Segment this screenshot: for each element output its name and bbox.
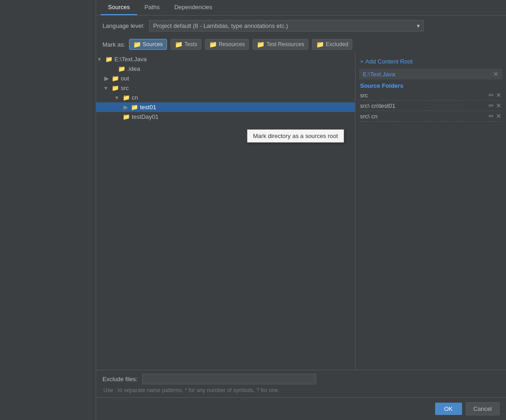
resources-folder-icon: 📁	[209, 41, 217, 48]
source-folder-cn-test01-name: src\ cn\test01	[360, 102, 489, 109]
source-folder-cn-name: src\ cn	[360, 113, 489, 120]
source-folder-src: src ✏ ✕	[359, 90, 502, 101]
mark-as-row: Mark as: 📁 Sources 📁 Tests 📁 Resources 📁…	[96, 36, 506, 53]
test-resources-folder-icon: 📁	[257, 41, 264, 48]
source-folders-label: Source Folders	[359, 80, 502, 90]
source-folder-cn-test01-actions: ✏ ✕	[489, 102, 501, 109]
test01-folder-icon: 📁	[131, 104, 138, 111]
tree-label-cn: cn	[132, 94, 138, 101]
root-folder-icon: 📁	[105, 56, 113, 63]
cancel-button[interactable]: Cancel	[466, 402, 500, 415]
src-folder-icon: 📁	[112, 85, 119, 91]
exclude-row: Exclude files:	[102, 374, 500, 384]
language-level-row: Language level: Project default (8 - Lam…	[96, 16, 506, 36]
tree-item-idea[interactable]: 📁 .idea	[96, 64, 355, 74]
exclude-files-label: Exclude files:	[102, 376, 138, 383]
mark-excluded-button[interactable]: 📁 Excluded	[312, 39, 352, 50]
source-folder-src-actions: ✏ ✕	[489, 91, 501, 99]
tab-dependencies[interactable]: Dependencies	[167, 0, 220, 15]
mark-resources-button[interactable]: 📁 Resources	[205, 39, 249, 50]
tooltip-mark-directory: Mark directory as a sources root	[247, 129, 344, 143]
tree-label-test01: test01	[140, 104, 156, 111]
source-folder-cn: src\ cn ✏ ✕	[359, 111, 502, 122]
tests-button-label: Tests	[184, 41, 197, 48]
exclude-hint: Use ; to separate name patterns, * for a…	[102, 387, 500, 393]
mark-sources-button[interactable]: 📁 Sources	[129, 39, 167, 50]
remove-cn-icon[interactable]: ✕	[496, 112, 501, 120]
language-level-select[interactable]: Project default (8 - Lambdas, type annot…	[149, 20, 424, 32]
dialog-panel: Sources Paths Dependencies Language leve…	[96, 0, 506, 420]
tree-item-root[interactable]: ▾ 📁 E:\Text.Java	[96, 54, 355, 64]
content-root-path: E:\Text.Java	[363, 71, 395, 78]
tree-arrow-test01: ▶	[124, 104, 131, 111]
tests-folder-icon: 📁	[175, 41, 183, 48]
mark-tests-button[interactable]: 📁 Tests	[171, 39, 201, 50]
excluded-folder-icon: 📁	[316, 41, 324, 48]
sidebar-strip	[0, 0, 96, 420]
tree-item-out[interactable]: ▶ 📁 out	[96, 74, 355, 83]
right-panel: + Add Content Root E:\Text.Java ✕ Source…	[355, 53, 506, 370]
tree-label-src: src	[121, 85, 129, 91]
tree-arrow-src: ▾	[104, 85, 112, 91]
bottom-area: Exclude files: Use ; to separate name pa…	[96, 370, 506, 397]
tree-arrow-cn: ▾	[115, 94, 123, 101]
test-resources-button-label: Test Resources	[266, 41, 304, 48]
remove-cn-test01-icon[interactable]: ✕	[496, 102, 501, 109]
tree-arrow-root: ▾	[98, 56, 105, 63]
tree-label-root: E:\Text.Java	[114, 56, 147, 63]
remove-src-icon[interactable]: ✕	[496, 91, 501, 99]
source-folder-src-name: src	[360, 92, 489, 99]
sources-folder-icon: 📁	[133, 41, 141, 48]
tree-label-out: out	[121, 75, 129, 82]
tooltip-text: Mark directory as a sources root	[253, 133, 338, 139]
cn-folder-icon: 📁	[123, 94, 130, 101]
tree-arrow-out: ▶	[104, 75, 112, 82]
edit-cn-icon[interactable]: ✏	[489, 112, 494, 120]
exclude-files-input[interactable]	[142, 374, 316, 384]
edit-cn-test01-icon[interactable]: ✏	[489, 102, 494, 109]
language-level-select-wrapper[interactable]: Project default (8 - Lambdas, type annot…	[149, 20, 424, 32]
tree-item-test01[interactable]: ▶ 📁 test01	[96, 102, 355, 112]
edit-src-icon[interactable]: ✏	[489, 91, 494, 99]
file-tree[interactable]: ▾ 📁 E:\Text.Java 📁 .idea ▶ 📁 out ▾ 📁 src	[96, 53, 355, 370]
add-content-root-label: Add Content Root	[366, 58, 413, 65]
tree-item-cn[interactable]: ▾ 📁 cn	[96, 93, 355, 102]
tree-item-testday01[interactable]: 📁 testDay01	[96, 112, 355, 122]
content-root-close-icon[interactable]: ✕	[493, 70, 499, 78]
tabs-bar: Sources Paths Dependencies	[96, 0, 506, 16]
idea-folder-icon: 📁	[118, 65, 125, 72]
content-area: ▾ 📁 E:\Text.Java 📁 .idea ▶ 📁 out ▾ 📁 src	[96, 53, 506, 370]
excluded-button-label: Excluded	[326, 41, 348, 48]
tab-sources[interactable]: Sources	[101, 0, 137, 15]
source-folder-cn-actions: ✏ ✕	[489, 112, 501, 120]
language-level-label: Language level:	[102, 22, 145, 29]
add-content-root-button[interactable]: + Add Content Root	[359, 56, 502, 67]
dialog-buttons: OK Cancel	[96, 397, 506, 420]
tree-label-testday01: testDay01	[132, 113, 159, 120]
testday01-folder-icon: 📁	[123, 113, 130, 120]
tree-item-src[interactable]: ▾ 📁 src	[96, 83, 355, 93]
sources-button-label: Sources	[143, 41, 163, 48]
plus-icon: +	[360, 58, 364, 65]
mark-test-resources-button[interactable]: 📁 Test Resources	[253, 39, 308, 50]
mark-as-label: Mark as:	[102, 41, 125, 48]
tree-label-idea: .idea	[127, 65, 140, 72]
source-folder-cn-test01: src\ cn\test01 ✏ ✕	[359, 101, 502, 111]
out-folder-icon: 📁	[112, 75, 119, 82]
ok-button[interactable]: OK	[435, 403, 462, 415]
content-root-header: E:\Text.Java ✕	[359, 69, 502, 80]
resources-button-label: Resources	[219, 41, 245, 48]
tab-paths[interactable]: Paths	[137, 0, 167, 15]
